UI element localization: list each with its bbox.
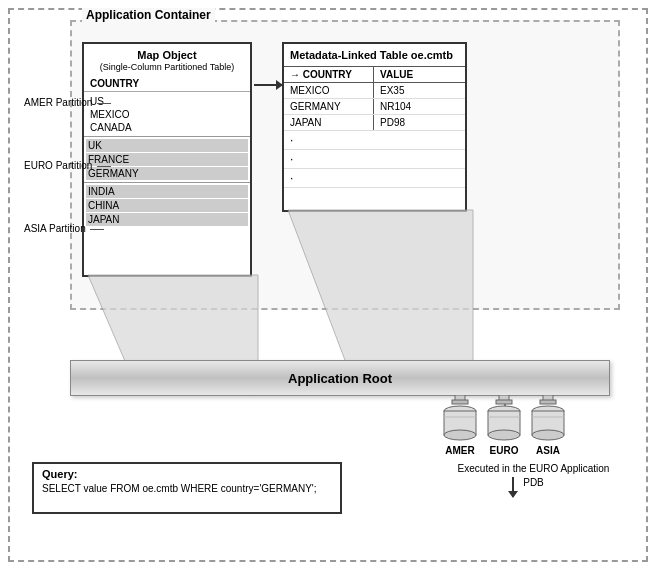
meta-country-1: MEXICO	[284, 83, 374, 98]
asia-partition-label: ASIA Partition	[24, 223, 104, 234]
pdb-asia-label: ASIA	[536, 445, 560, 456]
amer-partition-label: AMER Partition	[24, 97, 111, 108]
asia-row-3: JAPAN	[86, 213, 248, 226]
query-box: Query: SELECT value FROM oe.cmtb WHERE c…	[32, 462, 342, 514]
meta-value-2: NR104	[374, 99, 464, 114]
executed-note: Executed in the EURO Application PDB	[451, 462, 616, 490]
query-text: SELECT value FROM oe.cmtb WHERE country=…	[42, 483, 332, 494]
pdb-amer-icon	[442, 395, 478, 443]
meta-value-1: EX35	[374, 83, 464, 98]
map-object-subtitle: (Single-Column Partitioned Table)	[84, 62, 250, 76]
metadata-table: Metadata-Linked Table oe.cmtb → COUNTRY …	[282, 42, 467, 212]
app-root-label: Application Root	[288, 371, 392, 386]
euro-arrow	[512, 477, 514, 497]
svg-rect-13	[540, 400, 556, 404]
meta-dot-2: ·	[284, 150, 465, 169]
app-root-bar: Application Root	[70, 360, 610, 396]
meta-row-3: JAPAN PD98	[284, 115, 465, 131]
svg-point-4	[444, 430, 476, 440]
map-object-column-label: COUNTRY	[84, 76, 250, 92]
asia-row-2: CHINA	[86, 199, 248, 212]
meta-dot-1: ·	[284, 131, 465, 150]
meta-dot-3: ·	[284, 169, 465, 188]
metadata-table-title: Metadata-Linked Table oe.cmtb	[284, 44, 465, 67]
app-container: Application Container Map Object (Single…	[70, 20, 620, 310]
pdb-euro: EURO	[486, 395, 522, 456]
pdb-amer-label: AMER	[445, 445, 474, 456]
euro-row-1: UK	[86, 139, 248, 152]
pdb-euro-icon	[486, 395, 522, 443]
pdbs-container: AMER EURO ASIA	[442, 395, 566, 456]
divider-2	[84, 182, 250, 183]
asia-partition: INDIA CHINA JAPAN	[84, 185, 250, 226]
meta-value-3: PD98	[374, 115, 464, 130]
query-prefix: Query:	[42, 468, 332, 480]
meta-country-2: GERMANY	[284, 99, 374, 114]
meta-row-1: MEXICO EX35	[284, 83, 465, 99]
pdb-euro-label: EURO	[490, 445, 519, 456]
map-object-title: Map Object	[84, 44, 250, 62]
euro-partition-label: EURO Partition	[24, 160, 111, 171]
meta-country-3: JAPAN	[284, 115, 374, 130]
pdb-asia: ASIA	[530, 395, 566, 456]
svg-rect-1	[452, 400, 468, 404]
meta-header-country: → COUNTRY	[284, 67, 374, 82]
svg-point-10	[488, 430, 520, 440]
map-to-meta-arrow	[254, 84, 282, 86]
pdb-asia-icon	[530, 395, 566, 443]
svg-point-16	[532, 430, 564, 440]
app-container-label: Application Container	[82, 8, 215, 22]
amer-row-1: US	[90, 95, 244, 108]
metadata-table-header: → COUNTRY VALUE	[284, 67, 465, 83]
outer-container: Application Container Map Object (Single…	[8, 8, 648, 562]
meta-row-2: GERMANY NR104	[284, 99, 465, 115]
amer-row-3: CANADA	[90, 121, 244, 134]
divider-1	[84, 136, 250, 137]
amer-row-2: MEXICO	[90, 108, 244, 121]
meta-header-value: VALUE	[374, 67, 464, 82]
pdb-amer: AMER	[442, 395, 478, 456]
asia-row-1: INDIA	[86, 185, 248, 198]
svg-rect-7	[496, 400, 512, 404]
